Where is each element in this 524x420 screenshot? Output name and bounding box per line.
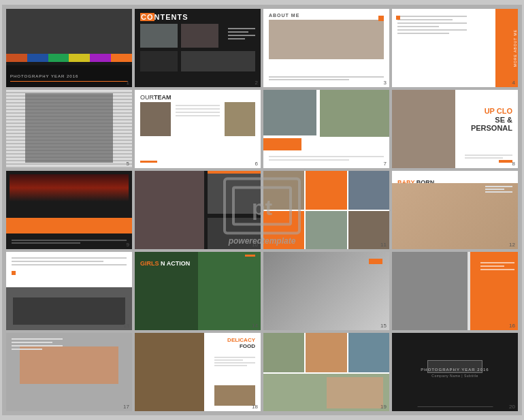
slide-19[interactable]: 19: [263, 333, 389, 411]
slide-2-title: NTENTS: [154, 13, 189, 21]
slide-17[interactable]: 17: [6, 333, 132, 411]
slide-1-title: PHOTOGRAPHY YEAR 2016: [10, 74, 78, 78]
slide-number-17: 17: [123, 404, 129, 410]
slide-3-title: ABOUT ME: [269, 13, 299, 18]
slide-number-4: 4: [512, 80, 515, 86]
slide-number-5: 5: [127, 161, 129, 167]
slide-14-title: GIRLS N ACTION: [140, 256, 190, 268]
slide-number-19: 19: [380, 404, 387, 410]
slide-number-3: 3: [384, 80, 387, 86]
slide-20[interactable]: PHOTOGRAPHY YEAR 2016 Company Name | Sub…: [392, 333, 518, 411]
slide-number-6: 6: [255, 161, 258, 167]
slide-6[interactable]: OURTEAM 6: [135, 90, 261, 168]
slide-4-side-text: MORE ABOUT ME: [513, 29, 517, 67]
slide-8-title: UP CLO SE & PERSONAL: [471, 107, 512, 133]
slide-1[interactable]: PHOTOGRAPHY YEAR 2016 1: [6, 9, 132, 87]
slide-number-12: 12: [509, 242, 515, 248]
slide-collection: PHOTOGRAPHY YEAR 2016 1 CONTENTS: [2, 5, 522, 415]
slide-number-7: 7: [384, 161, 387, 167]
slide-10[interactable]: 10: [135, 171, 261, 249]
slides-grid: PHOTOGRAPHY YEAR 2016 1 CONTENTS: [2, 5, 522, 415]
slide-number-14: 14: [252, 323, 258, 329]
slide-number-10: 10: [252, 242, 258, 248]
slide-16[interactable]: 16: [392, 252, 518, 330]
slide-4[interactable]: MORE ABOUT ME 4: [392, 9, 518, 87]
slide-8[interactable]: UP CLO SE & PERSONAL 8: [392, 90, 518, 168]
slide-9[interactable]: 9: [6, 171, 132, 249]
slide-number-18: 18: [252, 404, 258, 410]
slide-number-11: 11: [380, 242, 387, 248]
slide-number-13: 13: [123, 323, 129, 329]
slide-2[interactable]: CONTENTS 2: [135, 9, 261, 87]
slide-7[interactable]: 7: [263, 90, 389, 168]
slide-number-1: 1: [127, 80, 129, 86]
slide-number-8: 8: [512, 161, 515, 167]
slide-15[interactable]: 15: [263, 252, 389, 330]
slide-number-15: 15: [380, 323, 387, 329]
slide-20-title: PHOTOGRAPHY YEAR 2016: [421, 367, 489, 371]
slide-14[interactable]: GIRLS N ACTION 14: [135, 252, 261, 330]
slide-5[interactable]: 5: [6, 90, 132, 168]
slide-13[interactable]: 13: [6, 252, 132, 330]
slide-12[interactable]: BABY BORN 12: [392, 171, 518, 249]
slide-3[interactable]: ABOUT ME 3: [263, 9, 389, 87]
slide-18[interactable]: DELICACY FOOD 18: [135, 333, 261, 411]
slide-number-20: 20: [509, 404, 515, 410]
slide-18-title: DELICACY FOOD: [227, 337, 255, 349]
slide-11[interactable]: 11: [263, 171, 389, 249]
slide-number-2: 2: [255, 80, 258, 86]
slide-number-9: 9: [127, 242, 129, 248]
slide-number-16: 16: [509, 323, 515, 329]
